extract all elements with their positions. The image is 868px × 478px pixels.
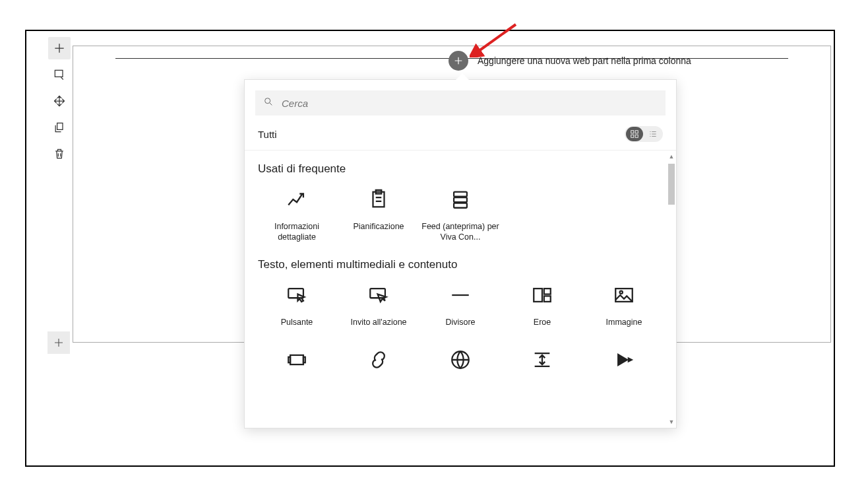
tile-label: Informazioni dettagliate [258, 222, 336, 242]
webpart-tile-hero[interactable]: Eroe [503, 281, 581, 329]
section-title-frequent: Usati di frequente [258, 162, 663, 176]
webpart-tile-link[interactable] [340, 345, 418, 384]
webpart-picker-panel: Tutti ▲ ▼ Usati di frequente Informazion… [244, 79, 677, 428]
move-section-button[interactable] [48, 90, 71, 112]
webpart-tile-image[interactable]: Immagine [585, 281, 663, 329]
webpart-tile-planner[interactable]: Pianificazione [340, 185, 418, 244]
search-box[interactable] [255, 90, 666, 116]
webpart-tile-spacer[interactable] [503, 345, 581, 384]
svg-rect-13 [534, 289, 542, 302]
tile-label: Eroe [534, 318, 551, 328]
stack-icon [447, 186, 474, 213]
delete-section-button[interactable] [48, 143, 71, 165]
view-toggle [625, 126, 663, 142]
section-frequent: Usati di frequente Informazioni dettagli… [245, 151, 676, 246]
scrollbar-thumb[interactable] [668, 164, 675, 205]
webpart-tile-insights[interactable]: Informazioni dettagliate [258, 185, 336, 244]
duplicate-section-button[interactable] [48, 116, 71, 139]
webpart-tile-gallery[interactable] [258, 345, 336, 384]
svg-rect-11 [288, 289, 303, 298]
webpart-tile-feed[interactable]: Feed (anteprima) per Viva Con... [421, 185, 499, 244]
svg-rect-20 [303, 357, 305, 363]
grid-view-button[interactable] [626, 127, 643, 141]
tile-label: Immagine [606, 318, 642, 328]
add-webpart-tooltip: Aggiungere una nuova web part nella prim… [478, 55, 691, 66]
svg-rect-3 [635, 131, 638, 133]
svg-rect-2 [631, 131, 634, 133]
clipboard-icon [365, 186, 392, 213]
svg-rect-8 [454, 192, 467, 197]
scroll-down-icon[interactable]: ▼ [668, 419, 675, 425]
search-icon [263, 96, 274, 110]
tile-label: Feed (anteprima) per Viva Con... [421, 222, 499, 242]
svg-rect-9 [454, 197, 467, 202]
svg-rect-19 [288, 357, 290, 363]
edit-section-button[interactable] [48, 63, 71, 86]
list-view-button[interactable] [644, 127, 662, 141]
search-input[interactable] [280, 97, 658, 110]
section-title-content: Testo, elementi multimediali e contenuto [258, 258, 663, 271]
picker-body: ▲ ▼ Usati di frequente Informazioni dett… [245, 151, 676, 428]
webpart-tile-globe[interactable] [421, 345, 499, 384]
spacer-icon [529, 347, 555, 373]
add-webpart-button[interactable] [449, 51, 468, 71]
cursor-box-icon [365, 282, 392, 308]
tile-label: Divisore [445, 318, 475, 328]
add-webpart-inline: Aggiungere una nuova web part nella prim… [449, 51, 691, 71]
chart-line-icon [284, 186, 310, 213]
filter-row: Tutti [245, 122, 676, 151]
svg-rect-4 [631, 135, 634, 137]
svg-point-17 [620, 291, 623, 294]
search-row [245, 80, 676, 122]
svg-rect-18 [290, 355, 303, 364]
play-icon [611, 347, 637, 373]
tile-label: Pulsante [281, 318, 313, 328]
tile-label: Pianificazione [353, 222, 404, 232]
svg-rect-14 [544, 289, 551, 294]
webpart-tile-divider[interactable]: Divisore [421, 281, 499, 329]
webpart-tile-cta[interactable]: Invito all'azione [340, 281, 418, 329]
image-icon [611, 282, 637, 308]
hero-layout-icon [529, 282, 555, 308]
section-content-row2 [245, 345, 676, 384]
svg-rect-5 [635, 135, 638, 137]
svg-rect-15 [544, 296, 551, 302]
category-filter[interactable]: Tutti [258, 129, 277, 140]
section-toolbar [47, 37, 71, 169]
webpart-tile-button[interactable]: Pulsante [258, 281, 336, 329]
tile-label: Invito all'azione [350, 318, 406, 328]
line-icon [447, 282, 474, 308]
svg-point-1 [265, 98, 270, 104]
webpart-tile-stream[interactable] [585, 345, 663, 384]
add-section-button[interactable] [48, 37, 71, 59]
svg-rect-10 [454, 203, 467, 208]
gallery-icon [284, 347, 310, 373]
scroll-up-icon[interactable]: ▲ [668, 153, 675, 160]
globe-icon [447, 347, 474, 373]
add-section-button-bottom[interactable] [47, 331, 70, 354]
tap-icon [284, 282, 310, 308]
section-content: Testo, elementi multimediali e contenuto… [245, 246, 676, 332]
link-icon [365, 347, 392, 373]
